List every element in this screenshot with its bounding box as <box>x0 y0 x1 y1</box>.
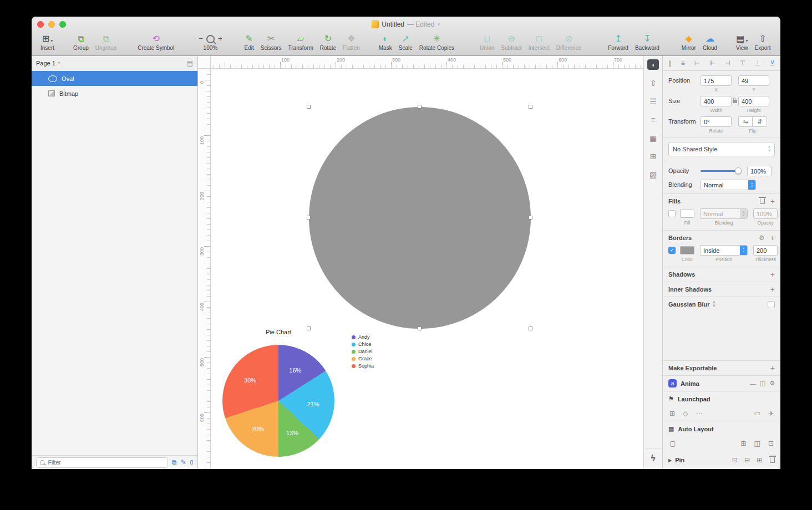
align-center-horizontal-icon[interactable]: ⊩ <box>709 59 715 67</box>
mask-checker-icon[interactable]: ▦ <box>649 134 657 142</box>
pin-horizontal-icon[interactable]: ⊟ <box>744 456 750 464</box>
group-button[interactable]: ⧉Group <box>70 32 92 51</box>
fill-color-swatch[interactable] <box>680 210 694 218</box>
border-thickness-field[interactable]: 200 <box>753 245 778 256</box>
canvas[interactable]: 100200300400500600700 010020030040050060… <box>198 56 643 469</box>
fill-checkbox[interactable] <box>668 210 676 217</box>
opacity-slider[interactable] <box>701 170 740 172</box>
difference-button[interactable]: ⊘Difference <box>553 32 585 51</box>
package-icon[interactable]: ◇ <box>683 410 688 417</box>
intersect-button[interactable]: ⊓Intersect <box>525 32 552 51</box>
filter-input[interactable] <box>47 458 164 466</box>
create-symbol-button[interactable]: ⟲Create Symbol <box>134 32 177 51</box>
disclosure-triangle-icon[interactable]: ▶ <box>668 458 672 463</box>
gear-icon[interactable]: ⚙ <box>769 380 775 387</box>
duplicate-pages-icon[interactable]: ⧉ <box>172 458 177 466</box>
selection-handle[interactable] <box>529 216 532 220</box>
selection-handle[interactable] <box>418 105 422 109</box>
rotate-button[interactable]: ↻Rotate <box>317 32 339 51</box>
pin-vertical-icon[interactable]: ⊞ <box>757 456 762 464</box>
scissors-button[interactable]: ✂Scissors <box>257 32 285 51</box>
minimize-panel-icon[interactable]: — <box>750 380 756 387</box>
add-shadow-icon[interactable]: + <box>770 270 775 279</box>
selection-handle[interactable] <box>307 216 311 220</box>
layer-row-oval[interactable]: Oval <box>32 71 197 86</box>
list-icon[interactable]: ≡ <box>651 116 655 124</box>
width-field[interactable]: 400 <box>701 96 732 106</box>
monitor-icon[interactable]: ▭ <box>754 410 760 417</box>
add-border-icon[interactable]: + <box>770 233 775 242</box>
scale-button[interactable]: ↗Scale <box>395 32 416 51</box>
subtract-button[interactable]: ⊖Subtract <box>498 32 525 51</box>
opacity-field[interactable]: 100% <box>747 166 772 176</box>
forward-button[interactable]: ↥Forward <box>605 32 632 51</box>
mask-button[interactable]: ◐Mask <box>375 32 395 51</box>
selection-handle[interactable] <box>307 105 311 109</box>
zoom-out-button[interactable]: − <box>196 33 205 44</box>
fill-blending-dropdown[interactable]: Normal ˄˅ <box>700 208 748 219</box>
height-field[interactable]: 400 <box>738 96 769 106</box>
stepper-icon[interactable]: ˄˅ <box>713 301 715 308</box>
add-fill-icon[interactable]: + <box>770 197 775 206</box>
cloud-button[interactable]: ☁Cloud <box>699 32 720 51</box>
grid-icon[interactable]: ⊞ <box>741 440 747 447</box>
plugins-lightning-icon[interactable]: ϟ <box>651 453 656 462</box>
flip-horizontal-icon[interactable]: ⇋ <box>738 116 753 127</box>
rocket-icon[interactable]: ✈ <box>768 410 774 417</box>
border-checkbox[interactable]: ✓ <box>668 247 676 254</box>
inspector-mode-toggle-icon[interactable]: ◖ <box>647 59 659 70</box>
distribute-vertically-icon[interactable]: ≡ <box>681 59 685 67</box>
insert-button[interactable]: ⊞▾Insert <box>37 32 58 51</box>
pin-section[interactable]: ▶ Pin ⊡ ⊟ ⊞ <box>663 451 780 469</box>
trash-icon[interactable] <box>770 457 775 463</box>
rotate-field[interactable]: 0° <box>701 116 732 127</box>
ungroup-button[interactable]: ⧉Ungroup <box>92 32 120 51</box>
pie-chart-bitmap[interactable]: 16%21%13%20%30% <box>222 345 334 457</box>
align-middle-icon[interactable]: ⊥ <box>755 59 760 67</box>
edit-button[interactable]: ✎Edit <box>241 32 257 51</box>
add-export-icon[interactable]: + <box>770 364 775 373</box>
image-icon[interactable]: ▨ <box>649 171 657 178</box>
selection-handle[interactable] <box>529 105 532 109</box>
position-y-field[interactable]: 49 <box>738 75 769 86</box>
sliders-icon[interactable]: ☰ <box>649 98 657 105</box>
shared-style-dropdown[interactable]: No Shared Style ˄˅ <box>668 142 775 156</box>
more-dots-icon[interactable]: ⋯ <box>696 410 702 417</box>
position-x-field[interactable]: 175 <box>701 75 732 86</box>
flip-vertical-icon[interactable]: ⇵ <box>753 116 767 127</box>
backward-button[interactable]: ↧Backward <box>632 32 663 51</box>
blending-dropdown[interactable]: Normal ˄˅ <box>701 180 756 190</box>
launchpad-header[interactable]: ⚑ Launchpad <box>663 391 780 406</box>
trash-icon[interactable] <box>760 198 765 204</box>
mirror-button[interactable]: ◆Mirror <box>678 32 699 51</box>
flatten-button[interactable]: ❖Flatten <box>339 32 363 51</box>
gaussian-blur-checkbox[interactable] <box>768 301 775 308</box>
share-icon[interactable]: ⇧ <box>650 79 657 87</box>
lock-icon[interactable] <box>733 100 737 103</box>
title-chevron-down-icon[interactable]: ˅ <box>437 22 440 27</box>
auto-layout-header[interactable]: ▦ Auto Layout <box>663 421 780 436</box>
columns-icon[interactable]: ◫ <box>754 440 760 447</box>
gear-icon[interactable]: ⚙ <box>759 234 765 242</box>
align-bottom-icon[interactable]: ⊻ <box>770 59 775 67</box>
transform-button[interactable]: ▱Transform <box>285 32 317 51</box>
selection-handle[interactable] <box>418 327 422 330</box>
align-left-icon[interactable]: ⊢ <box>694 59 700 67</box>
selection-handle[interactable] <box>529 327 532 330</box>
pencil-icon[interactable]: ✎ <box>180 458 186 466</box>
align-top-icon[interactable]: ⊤ <box>740 59 745 67</box>
align-right-icon[interactable]: ⊣ <box>724 59 730 67</box>
page-list-icon[interactable]: ▤ <box>187 59 193 67</box>
rotate-copies-button[interactable]: ✳Rotate Copies <box>416 32 458 51</box>
breakpoints-icon[interactable]: ⊞ <box>669 410 675 417</box>
export-button[interactable]: ⇧Export <box>752 32 774 51</box>
page-header[interactable]: Page 1 ˅ ▤ <box>32 56 197 70</box>
slider-knob[interactable] <box>735 167 742 174</box>
rows-icon[interactable]: ⊡ <box>768 440 774 447</box>
filter-field[interactable] <box>36 457 168 468</box>
zoom-in-button[interactable]: + <box>216 33 225 44</box>
oval-shape[interactable] <box>309 107 531 329</box>
pin-padding-icon[interactable]: ⊡ <box>732 456 738 464</box>
view-button[interactable]: ▤▾View <box>733 32 752 51</box>
panel-icon[interactable]: ◫ <box>760 380 765 387</box>
